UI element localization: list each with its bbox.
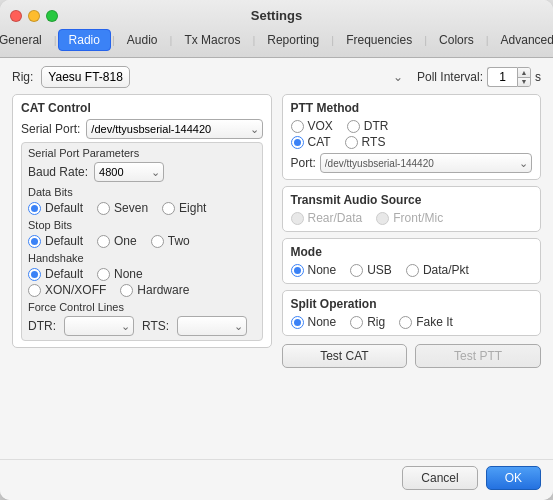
ptt-rts[interactable]: RTS	[345, 135, 386, 149]
split-rig-radio[interactable]	[350, 316, 363, 329]
serial-port-select[interactable]: /dev/ttyusbserial-144420	[86, 119, 262, 139]
ptt-rts-radio[interactable]	[345, 136, 358, 149]
ptt-port-row: Port: /dev/ttyusbserial-144420	[291, 153, 533, 173]
split-rig[interactable]: Rig	[350, 315, 385, 329]
ptt-cat-radio[interactable]	[291, 136, 304, 149]
poll-increment-button[interactable]: ▲	[518, 68, 530, 78]
serial-port-select-wrap: /dev/ttyusbserial-144420	[86, 119, 262, 139]
ptt-cat[interactable]: CAT	[291, 135, 331, 149]
data-bits-eight[interactable]: Eight	[162, 201, 206, 215]
mode-title: Mode	[291, 245, 533, 259]
ptt-dtr[interactable]: DTR	[347, 119, 389, 133]
stop-bits-one-radio[interactable]	[97, 235, 110, 248]
stop-bits-default[interactable]: Default	[28, 234, 83, 248]
audio-rear[interactable]: Rear/Data	[291, 211, 363, 225]
handshake-hw-radio[interactable]	[120, 284, 133, 297]
ptt-vox-label: VOX	[308, 119, 333, 133]
minimize-button[interactable]	[28, 10, 40, 22]
rig-select[interactable]: Yaesu FT-818	[41, 66, 130, 88]
dtr-select[interactable]: High Low	[64, 316, 134, 336]
data-bits-seven[interactable]: Seven	[97, 201, 148, 215]
handshake-group: Handshake Default None	[28, 252, 256, 297]
rts-select[interactable]: High Low	[177, 316, 247, 336]
data-bits-default-radio[interactable]	[28, 202, 41, 215]
poll-decrement-button[interactable]: ▼	[518, 78, 530, 87]
split-section: Split Operation None Rig Fake It	[282, 290, 542, 336]
mode-usb-radio[interactable]	[350, 264, 363, 277]
handshake-default[interactable]: Default	[28, 267, 83, 281]
rig-label: Rig:	[12, 70, 33, 84]
ptt-dtr-radio[interactable]	[347, 120, 360, 133]
split-fakeit-radio[interactable]	[399, 316, 412, 329]
cancel-button[interactable]: Cancel	[402, 466, 477, 490]
stop-bits-two-label: Two	[168, 234, 190, 248]
maximize-button[interactable]	[46, 10, 58, 22]
data-bits-eight-radio[interactable]	[162, 202, 175, 215]
stop-bits-two[interactable]: Two	[151, 234, 190, 248]
data-bits-seven-radio[interactable]	[97, 202, 110, 215]
stop-bits-two-radio[interactable]	[151, 235, 164, 248]
baud-rate-label: Baud Rate:	[28, 165, 88, 179]
mode-section: Mode None USB Data/Pkt	[282, 238, 542, 284]
stop-bits-default-radio[interactable]	[28, 235, 41, 248]
audio-rear-radio[interactable]	[291, 212, 304, 225]
audio-front-radio[interactable]	[376, 212, 389, 225]
tab-reporting[interactable]: Reporting	[256, 29, 330, 51]
tab-radio[interactable]: Radio	[58, 29, 111, 51]
tab-frequencies[interactable]: Frequencies	[335, 29, 423, 51]
handshake-hw[interactable]: Hardware	[120, 283, 189, 297]
test-cat-button[interactable]: Test CAT	[282, 344, 408, 368]
split-fakeit[interactable]: Fake It	[399, 315, 453, 329]
window-title: Settings	[251, 8, 302, 23]
baud-rate-row: Baud Rate: 4800 9600 19200	[28, 162, 256, 182]
dtr-label: DTR:	[28, 319, 56, 333]
stop-bits-one[interactable]: One	[97, 234, 137, 248]
poll-input[interactable]: 1	[487, 67, 517, 87]
left-panel: CAT Control Serial Port: /dev/ttyusbseri…	[12, 94, 272, 451]
mode-none-label: None	[308, 263, 337, 277]
mode-none[interactable]: None	[291, 263, 337, 277]
tab-divider-7: |	[485, 34, 490, 46]
split-radio-row: None Rig Fake It	[291, 315, 533, 329]
tab-advanced[interactable]: Advanced	[490, 29, 553, 51]
data-bits-default-label: Default	[45, 201, 83, 215]
mode-none-radio[interactable]	[291, 264, 304, 277]
ptt-vox[interactable]: VOX	[291, 119, 333, 133]
data-bits-radio-row: Default Seven Eight	[28, 201, 256, 215]
mode-datapkt-label: Data/Pkt	[423, 263, 469, 277]
handshake-default-radio[interactable]	[28, 268, 41, 281]
poll-interval-label: Poll Interval:	[417, 70, 483, 84]
split-none[interactable]: None	[291, 315, 337, 329]
poll-spinner-arrows: ▲ ▼	[517, 67, 531, 87]
test-ptt-button[interactable]: Test PTT	[415, 344, 541, 368]
mode-usb[interactable]: USB	[350, 263, 392, 277]
mode-datapkt[interactable]: Data/Pkt	[406, 263, 469, 277]
handshake-default-label: Default	[45, 267, 83, 281]
handshake-none-radio[interactable]	[97, 268, 110, 281]
split-none-radio[interactable]	[291, 316, 304, 329]
ptt-radio-row-2: CAT RTS	[291, 135, 533, 149]
ptt-port-select[interactable]: /dev/ttyusbserial-144420	[320, 153, 532, 173]
tab-tx-macros[interactable]: Tx Macros	[173, 29, 251, 51]
data-bits-default[interactable]: Default	[28, 201, 83, 215]
tab-audio[interactable]: Audio	[116, 29, 169, 51]
settings-window: Settings General | Radio | Audio | Tx Ma…	[0, 0, 553, 500]
handshake-xon-radio[interactable]	[28, 284, 41, 297]
two-col-layout: CAT Control Serial Port: /dev/ttyusbseri…	[12, 94, 541, 451]
handshake-xon[interactable]: XON/XOFF	[28, 283, 106, 297]
tab-colors[interactable]: Colors	[428, 29, 485, 51]
audio-source-radio-row: Rear/Data Front/Mic	[291, 211, 533, 225]
ptt-port-select-wrap: /dev/ttyusbserial-144420	[320, 153, 532, 173]
ok-button[interactable]: OK	[486, 466, 541, 490]
close-button[interactable]	[10, 10, 22, 22]
baud-rate-select[interactable]: 4800 9600 19200	[94, 162, 164, 182]
footer: Cancel OK	[0, 459, 553, 500]
tab-general[interactable]: General	[0, 29, 53, 51]
ptt-vox-radio[interactable]	[291, 120, 304, 133]
handshake-radio-row-2: XON/XOFF Hardware	[28, 283, 256, 297]
mode-datapkt-radio[interactable]	[406, 264, 419, 277]
audio-front[interactable]: Front/Mic	[376, 211, 443, 225]
handshake-none[interactable]: None	[97, 267, 143, 281]
data-bits-label: Data Bits	[28, 186, 256, 198]
dtr-select-wrap: High Low	[64, 316, 134, 336]
